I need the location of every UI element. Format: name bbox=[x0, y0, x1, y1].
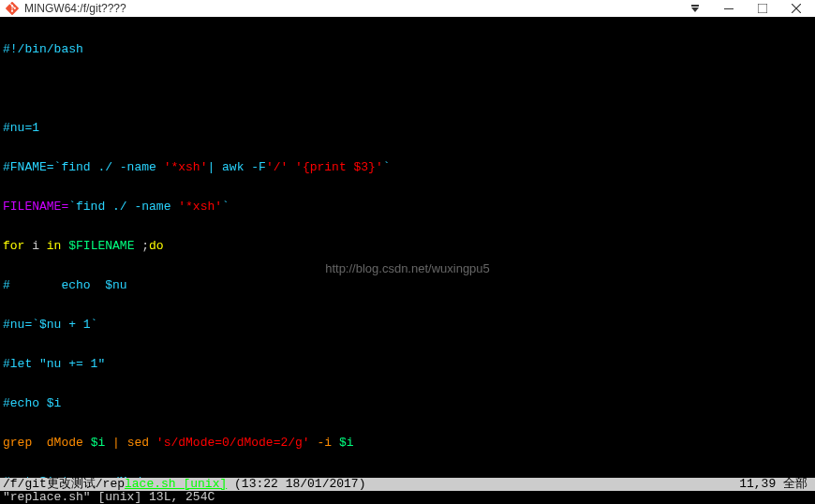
code-shebang: #!/bin/bash bbox=[3, 42, 83, 56]
code-blank-line bbox=[0, 82, 815, 96]
window-title: MINGW64:/f/git???? bbox=[24, 2, 126, 15]
titlebar-controls bbox=[678, 0, 813, 17]
maximize-button[interactable] bbox=[746, 0, 779, 17]
code-comment: #FNAME=`find ./ -name bbox=[3, 160, 164, 174]
code-var: FILENAME= bbox=[3, 200, 68, 214]
scroll-down-icon[interactable] bbox=[678, 0, 712, 17]
vim-status-line: /f/git更改测试/replace.sh [unix] (13:22 18/0… bbox=[0, 478, 815, 491]
app-icon bbox=[6, 2, 19, 15]
code-command: grep dMode bbox=[3, 436, 91, 450]
code-comment: # echo $nu bbox=[3, 278, 127, 292]
window-titlebar: MINGW64:/f/git???? bbox=[0, 0, 815, 17]
titlebar-left: MINGW64:/f/git???? bbox=[6, 2, 126, 15]
terminal-area[interactable]: #!/bin/bash #nu=1 #FNAME=`find ./ -name … bbox=[0, 17, 815, 504]
vim-command-line: "replace.sh" [unix] 13L, 254C bbox=[0, 491, 815, 504]
close-button[interactable] bbox=[779, 0, 813, 17]
code-string: '*xsh' bbox=[164, 160, 208, 174]
minimize-button[interactable] bbox=[712, 0, 746, 17]
status-file-info: /f/git更改测试/replace.sh [unix] (13:22 18/0… bbox=[3, 478, 365, 491]
code-comment: #let "nu += 1" bbox=[3, 357, 105, 371]
code-comment: #echo $i bbox=[3, 396, 61, 410]
code-keyword: for bbox=[3, 239, 24, 253]
svg-rect-0 bbox=[724, 8, 734, 9]
code-comment: #nu=`$nu + 1` bbox=[3, 318, 97, 332]
code-comment: #nu=1 bbox=[3, 121, 39, 135]
code-variable: $FILENAME bbox=[68, 239, 134, 253]
watermark-text: http://blog.csdn.net/wuxingpu5 bbox=[0, 262, 815, 275]
status-cursor-position: 11,39 全部 bbox=[739, 478, 815, 491]
svg-rect-1 bbox=[758, 4, 767, 13]
